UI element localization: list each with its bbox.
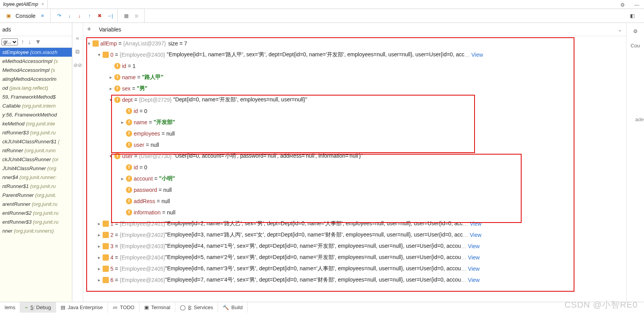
thread-select[interactable]: gr... [2, 38, 18, 45]
gear-icon[interactable]: ⚙ [620, 2, 625, 8]
twisty-icon[interactable] [96, 52, 103, 57]
sb-build[interactable]: 🔨Build [218, 302, 248, 313]
view-link[interactable]: View [468, 243, 480, 249]
drop-frame-icon[interactable]: ✖ [96, 13, 103, 19]
view-link[interactable]: View [468, 277, 480, 283]
layout-settings-icon[interactable]: ◧ [629, 13, 635, 19]
editor-tab-getallemp[interactable]: loyee.getAllEmp × [0, 0, 48, 9]
frame-item[interactable]: ckJUnit4ClassRunner (or [0, 155, 72, 164]
frame-item[interactable]: 59, FrameworkMethod$ [0, 92, 72, 101]
twisty-icon[interactable] [119, 176, 126, 181]
var-dept-id[interactable]: id = 0 [86, 105, 624, 117]
frame-item[interactable]: entRunner$2 (org.junit.ru [0, 209, 72, 217]
frames-list[interactable]: stEmployee (com.xiaozheMethodAccessorImp… [0, 48, 72, 302]
minimize-icon[interactable]: — [634, 2, 639, 8]
step-into-icon[interactable]: ↓ [66, 13, 72, 19]
var-dept[interactable]: dept = {Dept@2729} "Dept{id=0, name='开发部… [86, 94, 624, 105]
frame-item[interactable]: JUnit4ClassRunner (org [0, 164, 72, 173]
var-emp0-sex[interactable]: sex = "男" [86, 83, 624, 94]
frame-down-icon[interactable]: ↓ [27, 38, 32, 45]
view-link[interactable]: View [470, 221, 482, 227]
var-emp-3[interactable]: 3 = {Employee@2403} "Employee{id=4, name… [86, 240, 624, 252]
layout-icon[interactable]: ≡ [39, 13, 45, 19]
chevron-down-icon[interactable]: ⌄ [618, 26, 622, 33]
var-user-id[interactable]: id = 0 [86, 162, 624, 173]
sb-java-enterprise[interactable]: ▤Java Enterprise [56, 302, 108, 313]
twisty-icon[interactable] [86, 41, 92, 46]
twisty-icon[interactable] [107, 153, 114, 159]
frame-item[interactable]: ckJUnit4ClassRunner$1 ( [0, 137, 72, 146]
var-emp-2[interactable]: 2 = {Employee@2402} "Employee{id=3, name… [86, 229, 624, 240]
sb-terminal[interactable]: ▣Terminal [140, 302, 175, 313]
console-label[interactable]: Console [16, 13, 35, 19]
frame-item[interactable]: nner$4 (org.junit.runner: [0, 173, 72, 182]
frame-up-icon[interactable]: ↑ [20, 38, 25, 45]
frame-item[interactable]: MethodAccessorImpl (s [0, 66, 72, 75]
collapse-icon[interactable]: « [76, 35, 79, 41]
var-emp0-id[interactable]: id = 1 [86, 60, 624, 71]
run-to-cursor-icon[interactable]: →| [106, 13, 113, 19]
frame-item[interactable]: eMethodAccessorImpl (s [0, 57, 72, 66]
frame-item[interactable]: nner (org.junit.runners) [0, 226, 72, 235]
frame-filter-icon[interactable]: ▼ [34, 38, 42, 45]
var-user[interactable]: user = {User@2730} "User{id=0, account='… [86, 150, 624, 162]
var-emp-5[interactable]: 5 = {Employee@2405} "Employee{id=6, name… [86, 263, 624, 274]
add-watch-icon[interactable]: + [87, 25, 91, 33]
trace-icon[interactable]: ≣ [133, 13, 140, 19]
var-dept-employees[interactable]: employees = null [86, 128, 624, 139]
frame-item[interactable]: ntRunner$3 (org.junit.ru [0, 128, 72, 137]
twisty-icon[interactable] [96, 255, 103, 260]
frame-item[interactable]: ntRunner$1 (org.junit.ru [0, 182, 72, 191]
var-emp-6[interactable]: 6 = {Employee@2406} "Employee{id=7, name… [86, 274, 624, 285]
frame-item[interactable]: od (java.lang.reflect) [0, 83, 72, 92]
gear-icon[interactable]: ⚙ [633, 28, 638, 34]
field-icon [126, 176, 132, 182]
var-dept-name[interactable]: name = "开发部" [86, 117, 624, 128]
frame-item[interactable]: atingMethodAccessorIm [0, 75, 72, 83]
sb-problems[interactable]: lems [0, 302, 20, 313]
frame-item[interactable]: arentRunner (org.junit.ru [0, 200, 72, 209]
view-link[interactable]: View [470, 232, 482, 238]
copy-icon[interactable]: ⧉ [75, 48, 80, 55]
step-over-icon[interactable]: ↷ [56, 13, 62, 19]
view-link[interactable]: View [468, 266, 480, 272]
var-emp-4[interactable]: 4 = {Employee@2404} "Employee{id=5, name… [86, 252, 624, 263]
var-user-address[interactable]: addRess = null [86, 195, 624, 207]
twisty-icon[interactable] [96, 221, 103, 226]
link-icon[interactable]: ⊘⊘ [73, 62, 82, 68]
twisty-icon[interactable] [96, 277, 103, 283]
twisty-icon[interactable] [119, 120, 126, 125]
frame-item[interactable]: keMethod (org.junit.inte [0, 119, 72, 128]
frame-item[interactable]: ParentRunner (org.junit. [0, 191, 72, 200]
var-user-password[interactable]: password = null [86, 184, 624, 195]
sb-services[interactable]: ◯8: Services [175, 302, 218, 313]
frame-item[interactable]: Callable (org.junit.intern [0, 101, 72, 110]
twisty-icon[interactable] [107, 86, 114, 91]
view-link[interactable]: View [468, 254, 480, 261]
var-user-information[interactable]: information = null [86, 207, 624, 218]
var-user-account[interactable]: account = "小明" [86, 173, 624, 184]
step-out-icon[interactable]: ↑ [86, 13, 92, 19]
twisty-icon[interactable] [96, 266, 103, 271]
force-step-into-icon[interactable]: ↓ [76, 13, 82, 19]
twisty-icon[interactable] [107, 75, 114, 80]
sb-todo[interactable]: ≔TODO [108, 302, 140, 313]
twisty-icon[interactable] [96, 244, 103, 249]
frame-item[interactable]: entRunner$3 (org.junit.ru [0, 217, 72, 226]
var-emp-0[interactable]: 0 = {Employee@2400} "Employee{id=1, name… [86, 49, 624, 60]
variables-tree[interactable]: allEmp = {ArrayList@2397} size = 7 0 = {… [83, 36, 626, 302]
evaluate-icon[interactable]: ▦ [123, 13, 129, 19]
var-allemp[interactable]: allEmp = {ArrayList@2397} size = 7 [86, 38, 624, 49]
var-dept-user[interactable]: user = null [86, 139, 624, 150]
var-emp-1[interactable]: 1 = {Employee@2401} "Employee{id=2, name… [86, 218, 624, 229]
frame-item[interactable]: ntRunner (org.junit.runn [0, 146, 72, 155]
close-icon[interactable]: × [41, 2, 44, 7]
debug-console-icon[interactable]: ▣ [5, 13, 12, 19]
frame-item[interactable]: stEmployee (com.xiaozh [0, 48, 72, 57]
var-emp0-name[interactable]: name = "路人甲" [86, 71, 624, 83]
frame-item[interactable]: y:56, FrameworkMethod [0, 110, 72, 119]
twisty-icon[interactable] [107, 97, 114, 103]
view-link[interactable]: View [471, 52, 483, 58]
twisty-icon[interactable] [96, 232, 103, 238]
sb-debug[interactable]: ⌁5: Debug [20, 302, 56, 313]
